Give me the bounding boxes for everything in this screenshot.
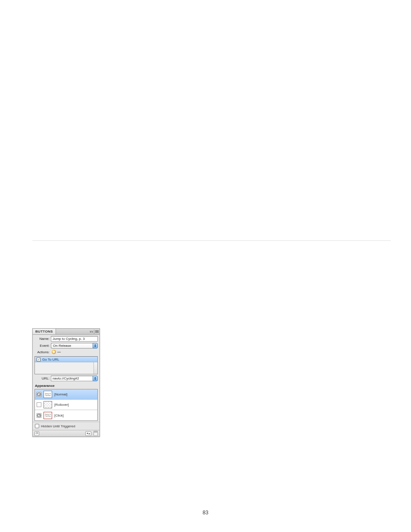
panel-tab-buttons[interactable]: BUTTONS <box>33 329 56 334</box>
event-select[interactable]: On Release <box>51 343 98 348</box>
row-name: Name: Jump to Cycling, p. 3 <box>34 336 98 342</box>
form-area: Name: Jump to Cycling, p. 3 Event: On Re… <box>33 335 100 356</box>
row-actions: Actions: <box>34 350 98 354</box>
visibility-toggle-icon[interactable] <box>37 392 41 397</box>
state-label: [Normal] <box>54 392 67 396</box>
url-input[interactable]: navto://Cycling#2 <box>51 376 93 381</box>
visibility-toggle-icon[interactable] <box>37 402 41 407</box>
hidden-until-triggered-row: Hidden Until Triggered <box>33 422 100 430</box>
state-label: [Click] <box>54 414 64 417</box>
action-item-label: Go To URL <box>42 358 59 361</box>
preview-spread-icon[interactable]: ⟳ <box>34 431 39 436</box>
state-row-click[interactable]: Jump to Cycling [Click] <box>35 410 97 420</box>
state-thumb-click: Jump to Cycling <box>44 412 52 419</box>
event-select-stepper-icon[interactable] <box>93 343 98 348</box>
panel-header-controls: ४४ <box>90 329 100 334</box>
action-item-go-to-url[interactable]: ✓ Go To URL <box>35 357 97 362</box>
state-label: [Rollover] <box>54 403 69 407</box>
state-row-normal[interactable]: Jump to Cycling [Normal] <box>35 389 97 400</box>
trash-icon[interactable] <box>93 431 98 436</box>
visibility-toggle-icon[interactable] <box>37 413 41 418</box>
row-event: Event: On Release <box>34 343 98 348</box>
action-enabled-checkbox[interactable]: ✓ <box>37 358 40 361</box>
name-input[interactable]: Jump to Cycling, p. 3 <box>51 336 98 342</box>
url-stepper-icon[interactable] <box>93 376 98 381</box>
state-row-rollover[interactable]: [Rollover] <box>35 400 97 410</box>
panel-header: BUTTONS ४४ <box>33 329 100 335</box>
url-field-wrap: navto://Cycling#2 <box>51 376 98 381</box>
panel-menu-icon[interactable] <box>95 330 99 333</box>
hidden-until-triggered-label: Hidden Until Triggered <box>41 424 75 428</box>
actions-list: ✓ Go To URL <box>34 356 98 374</box>
row-url: URL: navto://Cycling#2 <box>33 376 100 383</box>
collapse-icon[interactable]: ४४ <box>90 330 93 333</box>
convert-object-icon[interactable] <box>85 431 91 436</box>
add-action-icon[interactable] <box>52 350 56 354</box>
panel-header-spacer <box>56 329 90 334</box>
remove-action-icon[interactable] <box>57 352 61 352</box>
panel-footer: ⟳ <box>33 430 100 436</box>
actions-empty-area <box>35 362 97 374</box>
horizontal-rule <box>32 240 391 241</box>
actions-scrollbar[interactable] <box>93 362 97 374</box>
label-url: URL: <box>34 376 51 380</box>
page-number: 83 <box>0 510 411 516</box>
states-list: Jump to Cycling [Normal] [Rollover] Jump… <box>34 389 98 421</box>
state-thumb-normal: Jump to Cycling <box>44 391 52 398</box>
hidden-until-triggered-checkbox[interactable] <box>35 424 39 428</box>
label-event: Event: <box>34 344 51 348</box>
appearance-heading: Appearance <box>33 383 100 389</box>
label-name: Name: <box>34 337 51 341</box>
state-thumb-rollover <box>44 401 52 408</box>
label-actions: Actions: <box>34 350 51 354</box>
event-select-value: On Release <box>51 343 93 348</box>
buttons-panel: BUTTONS ४४ Name: Jump to Cycling, p. 3 E… <box>32 328 100 437</box>
header-divider <box>94 330 94 334</box>
